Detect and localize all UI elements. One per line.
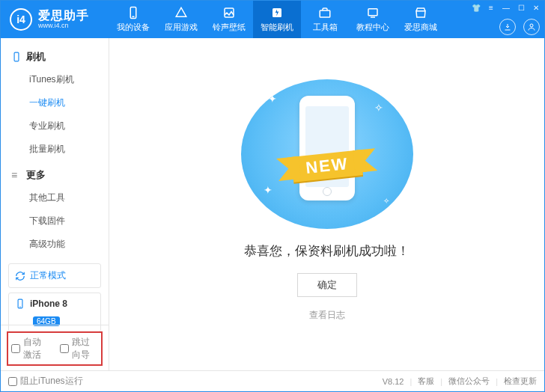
sidebar-item-pro-flash[interactable]: 专业刷机 xyxy=(1,114,109,138)
sidebar-item-download-firmware[interactable]: 下载固件 xyxy=(1,209,109,233)
tab-apps-games[interactable]: 应用游戏 xyxy=(157,1,205,38)
brand-name: 爱思助手 xyxy=(38,9,89,22)
checkbox-block-itunes[interactable]: 阻止iTunes运行 xyxy=(8,375,83,388)
wechat-link[interactable]: 微信公众号 xyxy=(448,376,490,387)
tutorial-icon xyxy=(366,6,380,19)
app-logo: i4 爱思助手 www.i4.cn xyxy=(1,8,109,31)
maximize-icon[interactable]: ☐ xyxy=(516,2,526,13)
sidebar-item-itunes-flash[interactable]: iTunes刷机 xyxy=(1,68,109,91)
top-tabs: 我的设备 应用游戏 铃声壁纸 智能刷机 工具箱 教程中心 xyxy=(109,1,445,38)
highlight-box: 自动激活 跳过向导 xyxy=(7,331,103,366)
view-log-link[interactable]: 查看日志 xyxy=(309,309,345,322)
tab-tutorials[interactable]: 教程中心 xyxy=(349,1,397,38)
status-bar: 阻止iTunes运行 V8.12 | 客服 | 微信公众号 | 检查更新 xyxy=(1,370,544,391)
svg-point-7 xyxy=(530,24,533,27)
minimize-icon[interactable]: — xyxy=(501,2,511,13)
device-icon xyxy=(11,52,22,62)
tab-my-device[interactable]: 我的设备 xyxy=(109,1,157,38)
tab-toolbox[interactable]: 工具箱 xyxy=(301,1,349,38)
window-controls: 👕 ≡ — ☐ ✕ xyxy=(471,2,541,13)
group-title: 刷机 xyxy=(26,50,46,64)
success-message: 恭喜您，保资料刷机成功啦！ xyxy=(244,242,409,260)
sidebar-item-other-tools[interactable]: 其他工具 xyxy=(1,186,109,209)
support-link[interactable]: 客服 xyxy=(418,376,434,387)
tab-store[interactable]: 爱思商城 xyxy=(397,1,445,38)
title-bar: i4 爱思助手 www.i4.cn 我的设备 应用游戏 铃声壁纸 智能刷机 xyxy=(1,1,544,38)
sidebar-group-more[interactable]: ≡ 更多 xyxy=(1,164,109,186)
svg-rect-5 xyxy=(368,9,377,16)
checkbox-label: 跳过向导 xyxy=(72,336,98,361)
logo-mark-icon: i4 xyxy=(10,8,32,31)
download-button[interactable] xyxy=(499,19,516,35)
ok-button[interactable]: 确定 xyxy=(297,273,357,297)
tab-label: 工具箱 xyxy=(313,22,338,33)
sparkle-icon: ✦ xyxy=(264,184,272,196)
toolbox-icon xyxy=(318,6,332,19)
tab-label: 铃声壁纸 xyxy=(213,22,246,33)
sidebar-group-flash[interactable]: 刷机 xyxy=(1,46,109,68)
tab-smart-flash[interactable]: 智能刷机 xyxy=(253,1,301,38)
shirt-icon[interactable]: 👕 xyxy=(471,2,481,13)
group-title: 更多 xyxy=(26,168,46,182)
sidebar-item-batch-flash[interactable]: 批量刷机 xyxy=(1,138,109,161)
user-button[interactable] xyxy=(523,19,540,35)
brand-site: www.i4.cn xyxy=(38,22,89,30)
store-icon xyxy=(414,6,427,19)
refresh-icon xyxy=(15,271,25,281)
sparkle-icon: ✧ xyxy=(374,102,383,114)
list-icon: ≡ xyxy=(11,170,22,180)
check-update-link[interactable]: 检查更新 xyxy=(504,376,537,387)
tab-label: 教程中心 xyxy=(356,22,389,33)
apps-icon xyxy=(174,6,188,19)
main-content: ✦ ✧ ✦ ✧ NEW 恭喜您，保资料刷机成功啦！ 确定 查看日志 xyxy=(109,38,544,372)
svg-rect-4 xyxy=(320,10,330,17)
menu-icon[interactable]: ≡ xyxy=(486,2,496,13)
flash-icon xyxy=(270,6,284,19)
svg-rect-8 xyxy=(14,52,19,61)
wallpaper-icon xyxy=(222,6,236,19)
close-icon[interactable]: ✕ xyxy=(531,2,541,13)
tab-ringtone-wallpaper[interactable]: 铃声壁纸 xyxy=(205,1,253,38)
user-icon xyxy=(527,22,536,31)
phone-illustration xyxy=(299,96,355,200)
success-illustration: ✦ ✧ ✦ ✧ NEW xyxy=(241,79,413,229)
checkbox-label: 阻止iTunes运行 xyxy=(20,375,83,388)
tab-label: 我的设备 xyxy=(117,22,150,33)
sidebar-item-advanced[interactable]: 高级功能 xyxy=(1,233,109,256)
sparkle-icon: ✧ xyxy=(383,197,389,205)
mode-label: 正常模式 xyxy=(30,269,66,282)
sidebar-item-oneclick-flash[interactable]: 一键刷机 xyxy=(1,91,109,114)
checkbox-skip-guide[interactable]: 跳过向导 xyxy=(60,336,98,361)
mode-block[interactable]: 正常模式 xyxy=(8,263,101,288)
sparkle-icon: ✦ xyxy=(268,93,277,105)
tab-label: 智能刷机 xyxy=(261,22,293,33)
checkbox-label: 自动激活 xyxy=(23,336,49,361)
version-label: V8.12 xyxy=(383,377,404,386)
checkbox-auto-activate[interactable]: 自动激活 xyxy=(11,336,49,361)
download-icon xyxy=(503,22,512,31)
tab-label: 爱思商城 xyxy=(404,22,437,33)
phone-icon xyxy=(127,6,140,19)
phone-small-icon xyxy=(15,298,25,309)
device-name: iPhone 8 xyxy=(30,298,67,309)
tab-label: 应用游戏 xyxy=(165,22,198,33)
sidebar: 刷机 iTunes刷机 一键刷机 专业刷机 批量刷机 ≡ 更多 其他工具 下载固… xyxy=(1,38,109,372)
